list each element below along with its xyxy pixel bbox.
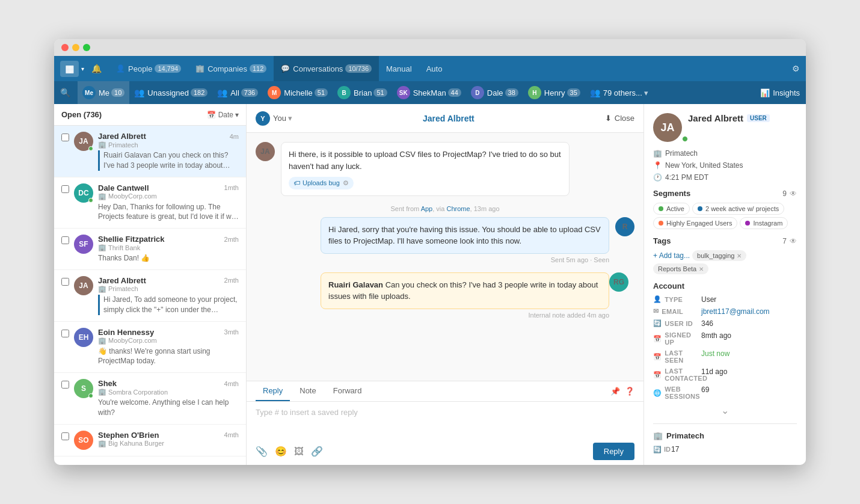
conversation-item-4[interactable]: EH Eoin Hennessy 3mth 🏢 MoobyCorp.com 👋 … xyxy=(54,322,246,373)
segment-instagram[interactable]: Instagram xyxy=(740,217,788,229)
subnav-dale[interactable]: D Dale 38 xyxy=(466,81,523,104)
sidebar-date-btn[interactable]: 📅 Date ▾ xyxy=(207,111,239,119)
nav-auto[interactable]: Auto xyxy=(419,56,450,81)
signedup-icon: 📅 xyxy=(653,335,662,343)
conv-company-icon-1: 🏢 xyxy=(98,192,106,200)
conversation-item-5[interactable]: S Shek 4mth 🏢 Sombra Corporation You're … xyxy=(54,373,246,425)
conv-checkbox-0[interactable] xyxy=(61,134,69,141)
reply-button[interactable]: Reply xyxy=(593,443,634,460)
conv-avatar-3: JA xyxy=(74,276,93,295)
conv-company-3: 🏢 Primatech xyxy=(98,285,239,293)
tags-eye-icon[interactable]: 👁 xyxy=(790,237,797,245)
search-icon[interactable]: 🔍 xyxy=(60,88,70,97)
subnav-me[interactable]: Me Me 10 xyxy=(78,81,129,104)
bell-icon[interactable]: 🔔 xyxy=(91,64,102,73)
nav-companies[interactable]: 🏢 Companies 112 xyxy=(188,56,274,81)
segment-engaged[interactable]: Highly Engaged Users xyxy=(653,217,737,229)
tab-forward[interactable]: Forward xyxy=(326,381,369,401)
type-value: User xyxy=(701,295,797,304)
tab-pin-icon[interactable]: 📌 xyxy=(610,387,620,396)
subnav-all[interactable]: 👥 All 736 xyxy=(212,81,263,104)
add-tag-button[interactable]: + Add tag... xyxy=(653,251,690,260)
conv-checkbox-1[interactable] xyxy=(61,185,69,193)
account-signedup-row: 📅 SIGNED UP 8mth ago xyxy=(653,331,797,346)
conv-checkbox-4[interactable] xyxy=(61,330,69,337)
nav-people[interactable]: 👤 People 14,794 xyxy=(109,56,188,81)
conv-avatar-wrapper-0: JA xyxy=(74,132,93,151)
logo-text: ▦ xyxy=(65,63,74,75)
nav-conversations[interactable]: 💬 Conversations 10/736 xyxy=(274,56,379,81)
tag-bulk-tagging[interactable]: bulk_tagging ✕ xyxy=(692,250,746,261)
subnav-unassigned[interactable]: 👥 Unassigned 182 xyxy=(129,81,212,104)
conv-header-3: Jared Albrett 2mth xyxy=(98,276,239,285)
conv-checkbox-6[interactable] xyxy=(61,432,69,440)
chat-assignee[interactable]: Y You ▾ xyxy=(256,111,292,126)
conv-checkbox-5[interactable] xyxy=(61,381,69,389)
conv-body-4: Eoin Hennessy 3mth 🏢 MoobyCorp.com 👋 tha… xyxy=(98,328,239,367)
image-icon[interactable]: 🖼 xyxy=(294,446,304,457)
link-icon[interactable]: 🔗 xyxy=(311,446,323,457)
logo[interactable]: ▦ xyxy=(60,61,79,77)
tag-reports-beta[interactable]: Reports Beta ✕ xyxy=(653,263,708,274)
chat-area: Y You ▾ Jared Albrett ⬇ Close JA Hi ther… xyxy=(247,104,643,465)
subnav-brian[interactable]: B Brian 51 xyxy=(333,81,392,104)
tag-bulk-remove[interactable]: ✕ xyxy=(737,253,742,259)
tag-remove-icon[interactable]: ⚙ xyxy=(343,178,349,188)
emoji-icon[interactable]: 😊 xyxy=(275,446,287,457)
tab-reply[interactable]: Reply xyxy=(256,381,290,401)
account-websessions-row: 🌐 WEB SESSIONS 69 xyxy=(653,386,797,400)
segments-eye-icon[interactable]: 👁 xyxy=(790,189,797,198)
user-avatar: JA xyxy=(653,113,682,142)
subnav-others[interactable]: 👥 79 others... ▾ xyxy=(585,81,653,104)
settings-icon[interactable]: ⚙ xyxy=(792,64,800,73)
conv-time-2: 2mth xyxy=(224,236,239,243)
right-panel: JA Jared Albrett USER 🏢 Primatech 📍 New … xyxy=(643,104,806,465)
conversation-item-6[interactable]: SO Stephen O'Brien 4mth 🏢 Big Kahuna Bur… xyxy=(54,425,246,456)
tab-help-icon[interactable]: ❓ xyxy=(625,387,634,396)
segment-active[interactable]: Active xyxy=(653,203,690,215)
conv-name-4: Eoin Hennessy xyxy=(98,328,154,337)
segment-2week[interactable]: 2 week active w/ projects xyxy=(692,203,784,215)
conversation-item-0[interactable]: JA Jared Albrett 4m 🏢 Primatech Ruairi G… xyxy=(54,126,246,177)
user-header: JA Jared Albrett USER xyxy=(653,113,797,142)
email-value[interactable]: jbrett117@gmail.com xyxy=(701,307,797,316)
conversation-item-3[interactable]: JA Jared Albrett 2mth 🏢 Primatech Hi Jar… xyxy=(54,270,246,322)
subnav-michelle[interactable]: M Michelle 51 xyxy=(263,81,333,104)
navbar: ▦ ▾ 🔔 👤 People 14,794 🏢 Companies 112 💬 … xyxy=(54,56,806,81)
sidebar-open-label: Open (736) xyxy=(61,110,207,119)
close-icon: ⬇ xyxy=(605,114,612,123)
type-label: 👤 TYPE xyxy=(653,295,701,303)
msg-bubble-internal: Ruairi Galavan Can you check on this? I'… xyxy=(321,272,609,309)
tag-reports-remove[interactable]: ✕ xyxy=(699,266,704,272)
conv-checkbox-3[interactable] xyxy=(61,278,69,286)
message-outgoing-1: Hi Jared, sorry that you're having this … xyxy=(256,217,634,263)
conversation-item-1[interactable]: DC Dale Cantwell 1mth 🏢 MoobyCorp.com He… xyxy=(54,177,246,229)
subnav-shekman[interactable]: SK ShekMan 44 xyxy=(392,81,466,104)
conv-company-icon-2: 🏢 xyxy=(98,244,106,251)
more-button[interactable]: ⌄ xyxy=(653,405,797,416)
nav-manual-label: Manual xyxy=(386,64,412,73)
conv-checkbox-2[interactable] xyxy=(61,236,69,244)
chat-input[interactable]: Type # to insert a saved reply xyxy=(247,402,643,438)
subnav-others-label: 79 others... xyxy=(603,88,642,97)
maximize-button[interactable] xyxy=(83,44,90,51)
attachment-icon[interactable]: 📎 xyxy=(256,446,268,457)
chat-input-area: Reply Note Forward 📌 ❓ Type # to insert … xyxy=(247,381,643,465)
main-content: Open (736) 📅 Date ▾ JA Jared Albrett 4m … xyxy=(54,104,806,465)
insights-btn[interactable]: 📊 Insights xyxy=(760,88,800,97)
conv-company-icon-0: 🏢 xyxy=(98,141,106,149)
user-company: Primatech xyxy=(665,149,698,158)
chat-close-btn[interactable]: ⬇ Close xyxy=(605,114,634,123)
nav-manual[interactable]: Manual xyxy=(379,56,419,81)
user-name-row: Jared Albrett USER xyxy=(688,113,770,123)
close-button[interactable] xyxy=(61,44,69,51)
logo-dropdown[interactable]: ▾ xyxy=(81,66,84,72)
uploads-bug-tag[interactable]: 🏷 Uploads bug ⚙ xyxy=(289,177,354,189)
tab-note[interactable]: Note xyxy=(292,381,323,401)
subnav-brian-count: 51 xyxy=(373,88,387,97)
subnav-henry[interactable]: H Henry 35 xyxy=(523,81,585,104)
conversation-item-2[interactable]: SF Shellie Fitzpatrick 2mth 🏢 Thrift Ban… xyxy=(54,229,246,270)
minimize-button[interactable] xyxy=(72,44,79,51)
tags-count: 7 👁 xyxy=(782,237,797,245)
assignee-dropdown: ▾ xyxy=(288,114,292,123)
